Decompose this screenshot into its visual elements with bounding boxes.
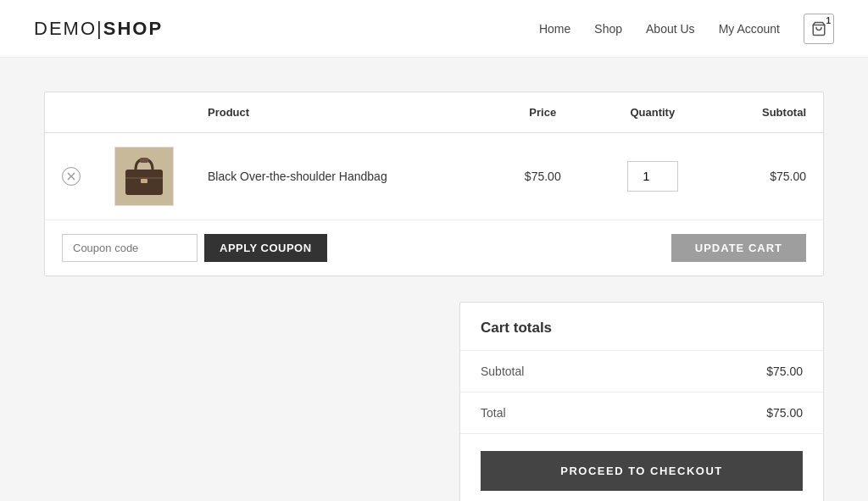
cart-totals-title: Cart totals [460, 303, 823, 351]
product-price: $75.00 [525, 170, 561, 183]
table-row: Black Over-the-shoulder Handbag $75.00 $… [45, 133, 823, 220]
remove-item-button[interactable] [62, 167, 81, 186]
nav-shop[interactable]: Shop [594, 22, 622, 36]
nav-account[interactable]: My Account [719, 22, 780, 36]
cart-table: Product Price Quantity Subtotal [45, 92, 823, 220]
remove-cell [45, 133, 97, 220]
cart-icon [811, 21, 826, 36]
col-header-img [97, 92, 191, 133]
logo-text-light: DEMO [34, 18, 97, 39]
nav-about[interactable]: About Us [646, 22, 695, 36]
col-header-subtotal: Subtotal [713, 92, 823, 133]
cart-table-container: Product Price Quantity Subtotal [44, 92, 824, 276]
col-header-quantity: Quantity [593, 92, 713, 133]
handbag-illustration [119, 151, 170, 202]
close-icon [66, 171, 76, 181]
quantity-input[interactable] [627, 161, 678, 192]
product-price-cell: $75.00 [493, 133, 593, 220]
cart-actions: APPLY COUPON UPDATE CART [45, 220, 823, 276]
product-name-cell: Black Over-the-shoulder Handbag [191, 133, 493, 220]
product-qty-cell [593, 133, 713, 220]
subtotal-row: Subtotal $75.00 [460, 351, 823, 392]
product-image [114, 147, 174, 206]
total-row: Total $75.00 [460, 392, 823, 434]
checkout-button[interactable]: PROCEED TO CHECKOUT [481, 451, 803, 491]
coupon-input[interactable] [62, 234, 198, 262]
logo-separator: | [97, 18, 103, 39]
product-image-cell [97, 133, 191, 220]
svg-rect-4 [140, 158, 148, 163]
col-header-remove [45, 92, 97, 133]
apply-coupon-button[interactable]: APPLY COUPON [204, 234, 327, 262]
cart-totals-wrap: Cart totals Subtotal $75.00 Total $75.00… [44, 302, 824, 501]
subtotal-value: $75.00 [766, 365, 803, 378]
col-header-product: Product [191, 92, 493, 133]
cart-totals: Cart totals Subtotal $75.00 Total $75.00… [459, 302, 824, 501]
product-subtotal-cell: $75.00 [713, 133, 823, 220]
logo-text-bold: SHOP [103, 18, 163, 39]
product-name: Black Over-the-shoulder Handbag [208, 170, 387, 183]
total-label: Total [481, 406, 506, 420]
svg-rect-6 [141, 179, 147, 183]
cart-count: 1 [826, 16, 831, 25]
nav-home[interactable]: Home [539, 22, 570, 36]
site-logo[interactable]: DEMO|SHOP [34, 18, 163, 40]
coupon-area: APPLY COUPON [62, 234, 327, 262]
main-nav: Home Shop About Us My Account 1 [539, 14, 834, 44]
subtotal-label: Subtotal [481, 365, 524, 378]
total-value: $75.00 [766, 406, 803, 420]
col-header-price: Price [493, 92, 593, 133]
update-cart-button[interactable]: UPDATE CART [671, 234, 806, 262]
cart-button[interactable]: 1 [804, 14, 834, 44]
product-subtotal: $75.00 [770, 170, 806, 183]
